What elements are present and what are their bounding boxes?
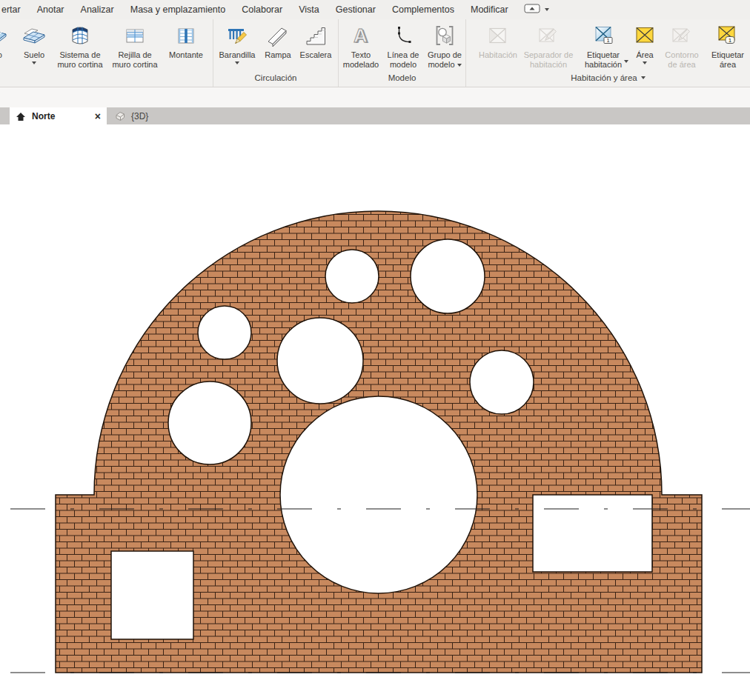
ribbon-button-label: Texto modelado xyxy=(339,50,383,69)
ribbon-group-construccion: choSueloSistema de muro cortinaRejilla d… xyxy=(0,19,213,87)
ribbon-group-buttons: BarandillaRampaEscalera xyxy=(213,19,338,73)
svg-text:A: A xyxy=(354,24,368,47)
ribbon-group-habitacion-y-area: HabitaciónSeparador de habitación1Etique… xyxy=(466,19,750,87)
house-3d-icon xyxy=(114,110,127,122)
ribbon-group-buttons: choSueloSistema de muro cortinaRejilla d… xyxy=(0,19,213,73)
ribbon-button-rejilla-de-muro-cortina[interactable]: Rejilla de muro cortina xyxy=(108,24,162,69)
menu-tab-anotar[interactable]: Anotar xyxy=(29,0,73,19)
view-tab-bar: Norte × {3D} xyxy=(0,107,750,124)
roof-icon xyxy=(0,24,7,47)
ribbon-button-escalera[interactable]: Escalera xyxy=(295,24,336,60)
ribbon-group-buttons: AATexto modeladoLínea de modeloGrupo de … xyxy=(339,19,465,73)
room-tag-icon: 1 xyxy=(591,24,615,47)
ribbon-button-label: Sistema de muro cortina xyxy=(52,50,108,69)
ribbon-button-suelo[interactable]: Suelo xyxy=(16,24,52,64)
ribbon-button-label: Área xyxy=(636,50,653,60)
ribbon-group-modelo: AATexto modeladoLínea de modeloGrupo de … xyxy=(339,19,466,87)
ribbon-button-area[interactable]: Área xyxy=(629,24,660,64)
ribbon-toggle-button[interactable] xyxy=(524,2,549,18)
elevation-marker-icon xyxy=(15,110,27,122)
menu-tab-ertar[interactable]: ertar xyxy=(0,0,29,19)
options-bar xyxy=(0,87,750,107)
ribbon-group-label-text: Circulación xyxy=(255,73,297,82)
ribbon-button-label: Suelo xyxy=(24,50,44,60)
ribbon-button-linea-de-modelo[interactable]: Línea de modelo xyxy=(383,24,423,69)
ribbon: choSueloSistema de muro cortinaRejilla d… xyxy=(0,19,750,87)
ribbon-group-label-modelo: Modelo xyxy=(339,73,465,82)
area-tag-icon: 1 xyxy=(716,24,740,47)
ribbon-button-rampa[interactable]: Rampa xyxy=(261,24,295,60)
curtain-grid-icon xyxy=(123,24,147,47)
house-3d-icon xyxy=(114,110,127,122)
ribbon-button-etiquetar-habitacion[interactable]: 1Etiquetar habitación xyxy=(577,24,629,69)
ribbon-button-grupo-de-modelo[interactable]: Grupo de modelo xyxy=(423,24,466,69)
menu-tab-gestionar[interactable]: Gestionar xyxy=(328,0,384,19)
room-separator-icon xyxy=(537,24,560,47)
ribbon-button-techo[interactable]: cho xyxy=(0,24,16,60)
chevron-down-icon xyxy=(545,8,549,11)
drawing-area[interactable] xyxy=(0,124,750,700)
chevron-down-icon xyxy=(457,64,462,67)
room-icon xyxy=(486,24,510,47)
chevron-down-icon[interactable] xyxy=(624,60,628,63)
menu-tab-masa-y-emplazamiento[interactable]: Masa y emplazamiento xyxy=(122,0,234,19)
svg-text:1: 1 xyxy=(606,37,609,44)
model-line-icon xyxy=(391,24,415,47)
roof-icon xyxy=(0,24,7,47)
chevron-down-icon[interactable] xyxy=(32,61,36,64)
area-icon xyxy=(633,24,657,47)
chevron-down-icon[interactable] xyxy=(235,61,239,64)
menu-tab-vista[interactable]: Vista xyxy=(291,0,328,19)
ramp-icon xyxy=(266,24,290,47)
chevron-down-icon xyxy=(641,76,646,79)
room-tag-icon: 1 xyxy=(591,24,615,47)
ribbon-button-habitacion: Habitación xyxy=(477,24,520,60)
area-icon xyxy=(633,24,657,47)
ribbon-button-label: Etiquetar área xyxy=(703,50,750,69)
curtain-grid-icon xyxy=(123,24,147,47)
ribbon-button-sistema-de-muro-cortina[interactable]: Sistema de muro cortina xyxy=(52,24,108,69)
ribbon-button-montante[interactable]: Montante xyxy=(162,24,210,60)
view-tab-norte[interactable]: Norte × xyxy=(10,107,107,124)
railing-icon xyxy=(225,24,249,47)
model-text-icon: AA xyxy=(349,24,373,47)
ribbon-button-label: Barandilla xyxy=(219,50,256,60)
mullion-icon xyxy=(174,24,198,47)
brick-wall[interactable] xyxy=(56,211,702,673)
ribbon-button-barandilla[interactable]: Barandilla xyxy=(213,24,261,64)
ribbon-button-label: Habitación xyxy=(479,50,517,60)
ribbon-button-label: Línea de modelo xyxy=(383,50,423,69)
menu-tab-modificar[interactable]: Modificar xyxy=(462,0,517,19)
chevron-down-icon[interactable] xyxy=(643,61,647,64)
ribbon-button-label: Escalera xyxy=(300,50,332,60)
close-view-icon[interactable]: × xyxy=(94,111,102,121)
ribbon-group-label-text: Habitación y área xyxy=(571,73,637,82)
menu-tab-analizar[interactable]: Analizar xyxy=(73,0,122,19)
mullion-icon xyxy=(174,24,198,47)
floor-icon xyxy=(22,24,46,47)
room-separator-icon xyxy=(537,24,560,47)
elevation-drawing xyxy=(0,124,750,700)
ribbon-toggle-icon xyxy=(524,2,542,18)
stair-icon xyxy=(304,24,328,47)
room-icon xyxy=(486,24,510,47)
menu-tab-colaborar[interactable]: Colaborar xyxy=(233,0,291,19)
view-tab-label: {3D} xyxy=(131,111,148,121)
svg-text:1: 1 xyxy=(729,37,732,44)
model-group-icon xyxy=(433,24,457,47)
menu-tab-complementos[interactable]: Complementos xyxy=(384,0,462,19)
ribbon-button-label: Rampa xyxy=(265,50,291,60)
ribbon-group-label-habitacion-y-area[interactable]: Habitación y área xyxy=(466,73,750,82)
ribbon-group-label-construccion xyxy=(0,73,213,82)
curtain-system-icon xyxy=(68,24,92,47)
ribbon-button-label: Grupo de modelo xyxy=(423,50,466,69)
elevation-marker-icon xyxy=(15,110,27,122)
view-tab-3d[interactable]: {3D} xyxy=(107,107,156,124)
ribbon-button-etiquetar-area[interactable]: 1Etiquetar área xyxy=(703,24,750,69)
ribbon-button-label: Contorno de área xyxy=(660,50,703,69)
model-text-icon: AA xyxy=(349,24,373,47)
ribbon-button-label: Rejilla de muro cortina xyxy=(108,50,162,69)
ribbon-button-separador-de-habitacion: Separador de habitación xyxy=(520,24,577,69)
ribbon-group-label-text: Modelo xyxy=(388,73,417,82)
ribbon-button-texto-modelado[interactable]: AATexto modelado xyxy=(339,24,383,69)
